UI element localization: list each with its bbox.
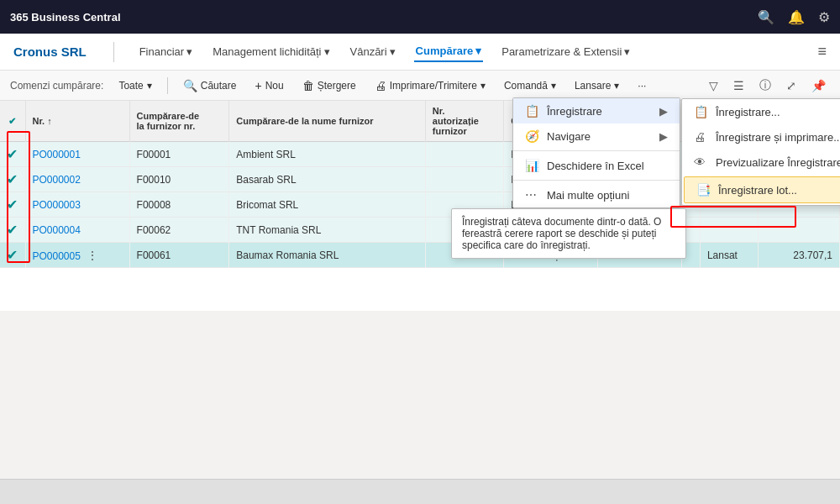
action-bar: Comenzi cumpărare: Toate ▾ 🔍 Căutare + N… (0, 71, 840, 101)
row-furnizor-name: Baumax Romania SRL (229, 243, 426, 268)
filter-toate-button[interactable]: Toate ▾ (112, 77, 158, 94)
arrow-right-icon: ▶ (659, 130, 668, 143)
row-auth (425, 142, 503, 167)
list-icon[interactable]: ☰ (729, 76, 748, 95)
search-button[interactable]: 🔍 Căutare (176, 76, 244, 95)
submenu-item-lot[interactable]: 📑 Înregistrare lot... (684, 176, 840, 203)
company-name[interactable]: Cronus SRL (13, 45, 87, 59)
more-icon: ⋯ (525, 188, 540, 202)
nav-bar: Cronus SRL Financiar ▾ Management lichid… (0, 34, 840, 71)
row-check: ✔ (0, 192, 25, 218)
chevron-down-icon: ▾ (186, 45, 192, 58)
row-nr[interactable]: PO000003 (25, 192, 129, 218)
pin-icon[interactable]: 📌 (807, 76, 830, 95)
row-furnizor-nr: F00061 (129, 243, 229, 268)
excel-icon: 📊 (525, 159, 540, 172)
comanda-button[interactable]: Comandă ▾ (497, 77, 563, 94)
submenu-item-preview[interactable]: 👁 Previzualizare Înregistrare (682, 150, 840, 175)
preview-icon: 👁 (694, 155, 709, 169)
chevron-down-icon: ▾ (475, 45, 481, 57)
lansare-button[interactable]: Lansare ▾ (568, 77, 626, 94)
plus-icon: + (255, 79, 261, 92)
gear-icon[interactable]: ⚙ (818, 9, 830, 25)
dropdown-overlay: 📋 Înregistrare ▶ 🧭 Navigare ▶ 📊 Deschide… (512, 97, 680, 208)
row-furnizor-nr: F00062 (129, 218, 229, 243)
col-auth-nr[interactable]: Nr.autorizațiefurnizor (425, 101, 503, 142)
row-check: ✔ (0, 167, 25, 192)
col-furnizor-nr[interactable]: Cumpărare-dela furnizor nr. (129, 101, 229, 142)
row-furnizor-nr: F00008 (129, 192, 229, 218)
new-button[interactable]: + Nou (248, 76, 290, 95)
expand-icon[interactable]: ⤢ (782, 76, 801, 95)
chevron-down-icon: ▾ (390, 45, 396, 58)
separator (167, 77, 168, 94)
navigate-icon: 🧭 (525, 129, 540, 143)
nav-item-management[interactable]: Management lichidități ▾ (211, 42, 331, 61)
dropdown-divider (513, 180, 680, 181)
print-button[interactable]: 🖨 Imprimare/Trimitere ▾ (368, 76, 492, 95)
row-check: ✔ (0, 142, 25, 167)
row-furnizor-name: Bricomat SRL (229, 192, 426, 218)
chevron-down-icon: ▾ (324, 45, 330, 58)
submenu: 📋 Înregistrare... 🖨 Înregistrare și impr… (681, 98, 840, 206)
nav-item-vanzari[interactable]: Vânzări ▾ (349, 42, 397, 61)
delete-button[interactable]: 🗑 Ștergere (296, 76, 363, 95)
dropdown-item-navigare[interactable]: 🧭 Navigare ▶ (513, 123, 680, 149)
row-status: Lansat (700, 243, 758, 268)
col-furnizor-name[interactable]: Cumpărare-de la nume furnizor (229, 101, 426, 142)
row-menu-icon[interactable]: ⋮ (87, 249, 98, 262)
nav-item-parametrizare[interactable]: Parametrizare & Extensii ▾ (500, 42, 632, 61)
info-icon[interactable]: ⓘ (755, 76, 775, 96)
col-nr[interactable]: Nr. ↑ (25, 101, 129, 142)
dropdown-divider (513, 150, 680, 151)
top-bar: 365 Business Central 🔍 🔔 ⚙ (0, 0, 840, 34)
top-bar-left: 365 Business Central (10, 11, 121, 24)
chevron-down-icon: ▾ (551, 80, 556, 92)
top-bar-icons: 🔍 🔔 ⚙ (758, 9, 830, 25)
action-right-icons: ▽ ☰ ⓘ ⤢ 📌 (705, 76, 830, 96)
chevron-down-icon: ▾ (147, 80, 152, 92)
chevron-down-icon: ▾ (624, 45, 630, 58)
submenu-item-inregistrare[interactable]: 📋 Înregistrare... (682, 99, 840, 124)
row-check: ✔ (0, 218, 25, 243)
dropdown-menu: 📋 Înregistrare ▶ 🧭 Navigare ▶ 📊 Deschide… (512, 97, 680, 208)
dropdown-item-more[interactable]: ⋯ Mai multe opțiuni (513, 182, 680, 207)
chevron-down-icon: ▾ (614, 80, 619, 92)
submenu-item-inregistrare-print[interactable]: 🖨 Înregistrare și imprimare... (682, 124, 840, 150)
filter-label: Comenzi cumpărare: (10, 80, 103, 92)
more-button[interactable]: ··· (631, 77, 653, 94)
row-furnizor-nr: F00001 (129, 142, 229, 167)
dropdown-item-excel[interactable]: 📊 Deschidere în Excel (513, 153, 680, 178)
batch-icon: 📑 (696, 183, 711, 197)
dropdown-item-inregistrare[interactable]: 📋 Înregistrare ▶ (513, 98, 680, 123)
app-title: 365 Business Central (10, 11, 121, 24)
print-icon: 🖨 (375, 79, 386, 92)
bell-icon[interactable]: 🔔 (788, 9, 805, 25)
row-furnizor-name: TNT Romania SRL (229, 218, 426, 243)
register-icon: 📋 (694, 105, 709, 118)
arrow-right-icon: ▶ (659, 105, 668, 118)
col-check: ✔ (0, 101, 25, 142)
search-icon: 🔍 (183, 79, 197, 92)
row-furnizor-name: Basarab SRL (229, 167, 426, 192)
row-status (700, 218, 758, 243)
row-nr[interactable]: PO000004 (25, 218, 129, 243)
row-nr[interactable]: PO000002 (25, 167, 129, 192)
table-row: ✔ PO000004 F00062 TNT Romania SRL BUCU..… (0, 218, 840, 243)
print-icon: 🖨 (694, 130, 709, 144)
row-nr[interactable]: PO000001 (25, 142, 129, 167)
tooltip: Înregistrați câteva documente dintr-o da… (451, 208, 686, 259)
nav-item-financiar[interactable]: Financiar ▾ (138, 42, 194, 61)
nav-item-cumparare[interactable]: Cumpărare ▾ (414, 41, 484, 62)
row-nr[interactable]: PO000005 ⋮ (25, 243, 129, 268)
chevron-down-icon: ▾ (480, 80, 486, 92)
search-icon[interactable]: 🔍 (758, 9, 774, 25)
row-furnizor-name: Ambient SRL (229, 142, 426, 167)
filter-icon[interactable]: ▽ (705, 76, 722, 95)
row-check: ✔ (0, 243, 25, 268)
register-icon: 📋 (525, 104, 540, 118)
nav-divider (113, 42, 114, 62)
nav-more-button[interactable]: ≡ (817, 43, 827, 60)
delete-icon: 🗑 (302, 79, 314, 92)
row-amount (758, 218, 839, 243)
